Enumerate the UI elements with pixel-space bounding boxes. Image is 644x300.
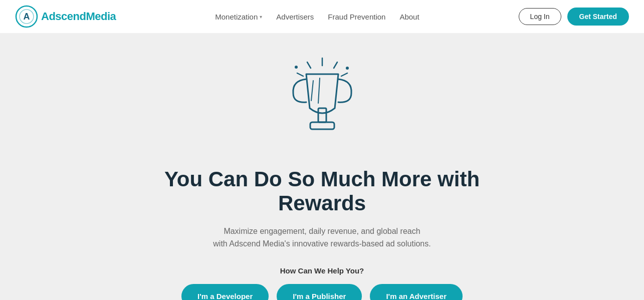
svg-rect-10 (318, 108, 326, 122)
svg-line-7 (297, 73, 303, 76)
trophy-icon (282, 53, 362, 155)
svg-line-4 (334, 62, 337, 68)
header-buttons: Log In Get Started (519, 8, 629, 26)
nav-fraud-prevention[interactable]: Fraud Prevention (328, 13, 385, 21)
svg-line-6 (307, 62, 311, 68)
nav-about[interactable]: About (399, 13, 419, 21)
hero-title: You Can Do So Much More with Rewards (147, 167, 498, 216)
nav-advertisers[interactable]: Advertisers (276, 13, 314, 21)
get-started-button[interactable]: Get Started (567, 8, 629, 26)
hero-section: You Can Do So Much More with Rewards Max… (0, 33, 644, 300)
svg-line-5 (341, 73, 347, 76)
svg-rect-11 (310, 122, 334, 129)
svg-point-13 (295, 66, 298, 69)
help-label: How Can We Help You? (280, 266, 364, 275)
publisher-button[interactable]: I'm a Publisher (277, 284, 362, 300)
advertiser-button[interactable]: I'm an Advertiser (370, 284, 463, 300)
svg-line-8 (311, 81, 313, 101)
header: A AdscendMedia Monetization ▾ Advertiser… (0, 0, 644, 33)
cta-buttons: I'm a Developer I'm a Publisher I'm an A… (181, 284, 463, 300)
nav-monetization[interactable]: Monetization ▾ (215, 13, 262, 21)
svg-text:A: A (24, 12, 30, 22)
developer-button[interactable]: I'm a Developer (181, 284, 269, 300)
logo: A AdscendMedia (15, 5, 116, 28)
hero-subtitle: Maximize engagement, daily revenue, and … (213, 225, 431, 250)
main-nav: Monetization ▾ Advertisers Fraud Prevent… (215, 13, 419, 21)
logo-icon: A (15, 5, 38, 28)
svg-point-12 (346, 67, 349, 70)
chevron-down-icon: ▾ (260, 14, 262, 20)
svg-line-9 (318, 78, 320, 103)
login-button[interactable]: Log In (519, 8, 561, 25)
logo-text: AdscendMedia (41, 10, 116, 23)
